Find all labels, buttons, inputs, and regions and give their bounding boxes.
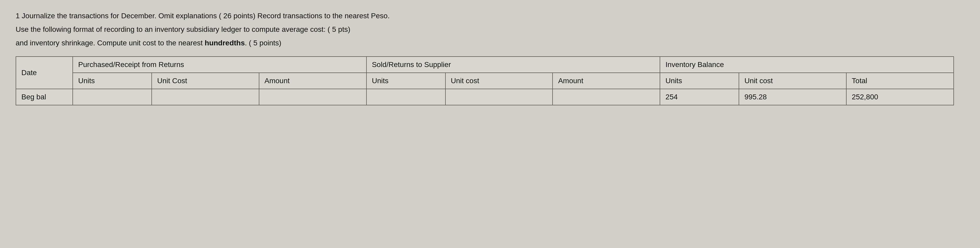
col-total-header: Total	[846, 73, 954, 89]
cell-sold-units	[366, 89, 445, 105]
col-amount1-header: Amount	[259, 73, 366, 89]
inventory-table-wrapper: Date Purchased/Receipt from Returns Sold…	[16, 56, 954, 105]
col-date-header: Date	[16, 57, 73, 89]
cell-inv-total: 252,800	[846, 89, 954, 105]
table-header-row-2: Units Unit Cost Amount Units Unit cost A…	[16, 73, 954, 89]
col-units1-header: Units	[73, 73, 152, 89]
table-row: Beg bal 254 995.28 252,800	[16, 89, 954, 105]
col-unit-cost3-header: Unit cost	[739, 73, 846, 89]
instruction-line-3: and inventory shrinkage. Compute unit co…	[16, 38, 964, 49]
col-purchased-header: Purchased/Receipt from Returns	[73, 57, 366, 73]
col-amount2-header: Amount	[552, 73, 660, 89]
cell-date: Beg bal	[16, 89, 73, 105]
cell-inv-unit-cost: 995.28	[739, 89, 846, 105]
col-sold-header: Sold/Returns to Supplier	[366, 57, 660, 73]
cell-sold-unit-cost	[445, 89, 553, 105]
instruction-line-2: Use the following format of recording to…	[16, 24, 964, 35]
col-unit-cost1-header: Unit Cost	[152, 73, 259, 89]
col-unit-cost2-header: Unit cost	[445, 73, 553, 89]
cell-pur-unit-cost	[152, 89, 259, 105]
cell-inv-units: 254	[660, 89, 739, 105]
col-units3-header: Units	[660, 73, 739, 89]
cell-pur-units	[73, 89, 152, 105]
table-header-row-1: Date Purchased/Receipt from Returns Sold…	[16, 57, 954, 73]
instruction-line-1: 1 Journalize the transactions for Decemb…	[16, 10, 964, 21]
cell-sold-amount	[552, 89, 660, 105]
cell-pur-amount	[259, 89, 366, 105]
inventory-table: Date Purchased/Receipt from Returns Sold…	[16, 56, 954, 105]
col-inventory-header: Inventory Balance	[660, 57, 954, 73]
col-units2-header: Units	[366, 73, 445, 89]
instructions-block: 1 Journalize the transactions for Decemb…	[16, 10, 964, 49]
